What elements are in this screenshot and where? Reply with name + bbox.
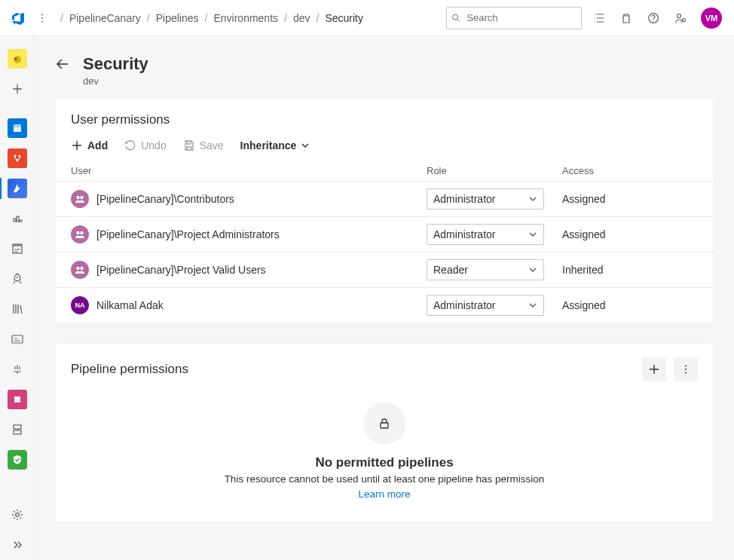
save-label: Save xyxy=(200,139,224,151)
svg-point-28 xyxy=(76,267,79,270)
pipeline-permissions-panel: Pipeline permissions No permitted pipeli… xyxy=(56,344,713,522)
svg-rect-20 xyxy=(14,396,20,402)
svg-point-2 xyxy=(41,20,43,22)
market-icon[interactable] xyxy=(619,11,633,25)
table-row: [PipelineCanary]\ContributorsAdministrat… xyxy=(56,182,713,217)
svg-rect-21 xyxy=(14,425,21,429)
svg-point-23 xyxy=(15,513,19,517)
page-title: Security xyxy=(83,54,148,74)
access-value: Assigned xyxy=(562,228,698,240)
user-avatar-small: NA xyxy=(71,296,89,314)
svg-point-9 xyxy=(14,56,21,63)
role-value: Administrator xyxy=(433,193,495,205)
role-select[interactable]: Administrator xyxy=(427,188,544,210)
breadcrumb-environments[interactable]: Environments xyxy=(213,12,278,24)
svg-point-25 xyxy=(80,196,83,199)
svg-point-6 xyxy=(653,20,653,20)
table-row: [PipelineCanary]\Project Valid UsersRead… xyxy=(56,252,713,288)
breadcrumb-sep: / xyxy=(60,12,63,24)
table-row: [PipelineCanary]\Project AdministratorsA… xyxy=(56,217,713,252)
rail-pipelines[interactable] xyxy=(7,178,28,199)
svg-point-3 xyxy=(453,14,458,20)
user-name: [PipelineCanary]\Project Administrators xyxy=(96,228,280,240)
rail-settings[interactable] xyxy=(7,504,28,525)
add-pipeline-button[interactable] xyxy=(642,357,666,381)
list-icon[interactable] xyxy=(592,11,606,25)
breadcrumb-sep: / xyxy=(147,12,150,24)
svg-point-1 xyxy=(41,17,43,19)
role-select[interactable]: Reader xyxy=(427,259,544,280)
user-name: [PipelineCanary]\Project Valid Users xyxy=(96,264,266,276)
back-button[interactable] xyxy=(56,57,71,72)
col-access: Access xyxy=(562,165,698,176)
svg-point-24 xyxy=(76,196,79,199)
svg-rect-12 xyxy=(14,124,21,127)
rail-security[interactable] xyxy=(7,449,28,470)
rail-boards[interactable] xyxy=(7,118,28,139)
user-permissions-panel: User permissions Add Undo Save Inheritan… xyxy=(56,99,713,323)
svg-rect-19 xyxy=(12,335,23,343)
role-value: Administrator xyxy=(433,228,495,240)
inheritance-dropdown[interactable]: Inheritance xyxy=(240,139,310,151)
svg-point-0 xyxy=(41,14,43,15)
svg-point-26 xyxy=(76,231,79,234)
learn-more-link[interactable]: Learn more xyxy=(358,488,410,500)
rail-library[interactable] xyxy=(7,298,28,320)
user-settings-icon[interactable] xyxy=(674,11,687,25)
role-value: Reader xyxy=(433,264,468,276)
user-name: [PipelineCanary]\Contributors xyxy=(96,193,234,205)
add-label: Add xyxy=(87,139,108,151)
rail-collapse[interactable] xyxy=(7,534,28,555)
col-role: Role xyxy=(427,165,562,176)
chevron-down-icon xyxy=(528,230,537,239)
search-input[interactable] xyxy=(465,11,576,24)
svg-point-27 xyxy=(80,231,83,234)
breadcrumb-security: Security xyxy=(325,12,363,24)
group-icon xyxy=(71,190,89,208)
breadcrumb-dev[interactable]: dev xyxy=(293,12,310,24)
more-actions-button[interactable] xyxy=(674,357,698,381)
svg-point-32 xyxy=(685,372,687,374)
rail-deploy[interactable] xyxy=(7,389,28,410)
left-nav-rail xyxy=(0,36,35,560)
svg-rect-17 xyxy=(13,244,22,246)
user-avatar[interactable]: VM xyxy=(701,8,722,29)
product-logo[interactable] xyxy=(9,9,27,27)
rail-monitor[interactable] xyxy=(7,359,28,380)
lock-icon xyxy=(363,402,405,445)
undo-button: Undo xyxy=(124,139,166,151)
svg-rect-33 xyxy=(381,423,388,428)
rail-testplans[interactable] xyxy=(7,238,28,259)
rail-dashboards[interactable] xyxy=(7,329,28,350)
rail-services[interactable] xyxy=(7,419,28,440)
add-button[interactable]: Add xyxy=(71,139,108,151)
svg-point-10 xyxy=(14,58,16,60)
rail-rocket[interactable] xyxy=(7,268,28,289)
chevron-down-icon xyxy=(528,265,537,274)
role-select[interactable]: Administrator xyxy=(427,295,544,316)
rail-artifacts[interactable] xyxy=(7,208,28,229)
role-value: Administrator xyxy=(433,299,495,311)
rail-project-avatar[interactable] xyxy=(7,48,28,69)
access-value: Inherited xyxy=(562,264,698,276)
group-icon xyxy=(71,261,89,279)
col-user: User xyxy=(71,165,427,176)
pipeline-permissions-title: Pipeline permissions xyxy=(71,362,188,377)
breadcrumb-pipelines[interactable]: Pipelines xyxy=(156,12,199,24)
svg-rect-22 xyxy=(14,430,21,434)
help-icon[interactable] xyxy=(647,11,660,25)
access-value: Assigned xyxy=(562,299,698,311)
inheritance-label: Inheritance xyxy=(240,139,297,151)
user-permissions-title: User permissions xyxy=(71,112,170,127)
search-box[interactable] xyxy=(446,7,582,29)
save-button: Save xyxy=(183,139,224,151)
svg-point-29 xyxy=(80,267,83,270)
svg-point-31 xyxy=(685,369,687,370)
breadcrumb-project[interactable]: PipelineCanary xyxy=(69,12,141,24)
rail-add[interactable] xyxy=(7,78,28,99)
role-select[interactable]: Administrator xyxy=(427,224,544,245)
rail-repos[interactable] xyxy=(7,148,28,169)
svg-point-30 xyxy=(685,366,687,367)
breadcrumb-sep: / xyxy=(284,12,287,24)
hub-menu-button[interactable] xyxy=(35,11,50,26)
